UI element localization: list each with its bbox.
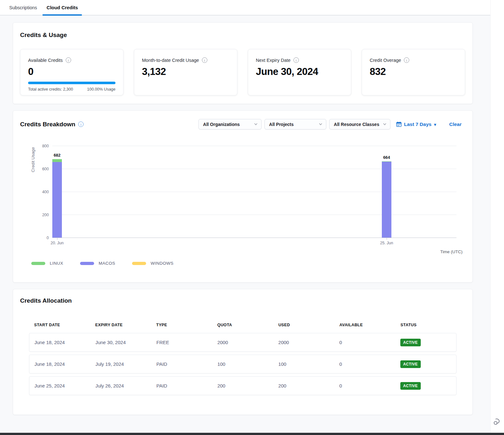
- column-header-type: TYPE: [151, 323, 212, 327]
- x-tick: [387, 238, 387, 240]
- allocation-table-header: START DATEEXPIRY DATETYPEQUOTAUSEDAVAILA…: [29, 323, 456, 333]
- cell-type: PAID: [151, 361, 212, 367]
- info-icon[interactable]: [202, 57, 207, 63]
- column-header-start_date: START DATE: [29, 323, 90, 327]
- cell-used: 2000: [273, 340, 334, 345]
- organizations-dropdown[interactable]: All Organizations: [198, 119, 262, 129]
- bottom-edge-bar: [0, 433, 504, 435]
- table-row: June 18, 2024July 19, 2024PAID1001000ACT…: [29, 355, 456, 373]
- tab-bar: Subscriptions Cloud Credits: [0, 0, 490, 15]
- projects-dropdown[interactable]: All Projects: [264, 119, 326, 129]
- credits-breakdown-title: Credits Breakdown: [20, 121, 75, 128]
- legend-item-macos[interactable]: MACOS: [80, 261, 115, 266]
- stat-label: Next Expiry Date: [256, 58, 291, 63]
- chart-filters: All Organizations All Projects All Resou…: [198, 119, 465, 129]
- linux-bar-segment: [52, 159, 62, 162]
- resource-classes-dropdown[interactable]: All Resource Classes: [329, 119, 390, 129]
- table-row: June 25, 2024July 26, 2024PAID2002000ACT…: [29, 376, 456, 395]
- status-badge: ACTIVE: [400, 382, 421, 390]
- column-header-used: USED: [273, 323, 334, 327]
- cell-used: 200: [273, 383, 334, 388]
- right-scroll-strip: [490, 0, 504, 433]
- allocation-table-body: June 18, 2024June 30, 2024FREE200020000A…: [29, 333, 456, 395]
- stat-cards-row: Available Credits 0 Total active credits…: [20, 49, 465, 95]
- stat-credit-overage: Credit Overage 832: [362, 49, 465, 95]
- clear-filters-button[interactable]: Clear: [449, 122, 462, 127]
- cell-quota: 2000: [212, 340, 273, 345]
- cell-status: ACTIVE: [395, 382, 456, 390]
- y-tick-label: 0: [47, 236, 49, 240]
- cell-available: 0: [334, 340, 395, 345]
- triangle-down-icon: [434, 122, 436, 127]
- stat-label: Month-to-date Credit Usage: [142, 58, 199, 63]
- tab-subscriptions[interactable]: Subscriptions: [4, 0, 42, 15]
- stat-available-credits: Available Credits 0 Total active credits…: [20, 49, 123, 95]
- cell-expiry_date: June 30, 2024: [90, 340, 151, 345]
- chevron-down-icon: [383, 123, 386, 125]
- chart-y-axis-label: Credit Usage: [31, 144, 35, 176]
- cell-type: PAID: [151, 383, 212, 388]
- bar-value-label: 664: [382, 155, 391, 160]
- windows-legend-swatch: [132, 262, 146, 265]
- x-tick-label: 20. Jun: [50, 241, 63, 245]
- stat-next-expiry: Next Expiry Date June 30, 2024: [248, 49, 351, 95]
- chart-x-axis-label: Time (UTC): [440, 249, 463, 254]
- mtd-usage-value: 3,132: [142, 66, 229, 77]
- info-icon[interactable]: [293, 57, 299, 63]
- cell-quota: 200: [212, 383, 273, 388]
- tab-cloud-credits[interactable]: Cloud Credits: [42, 0, 83, 15]
- credits-allocation-title: Credits Allocation: [20, 297, 465, 304]
- cell-type: FREE: [151, 340, 212, 345]
- usage-percent: 100.00% Usage: [87, 87, 115, 92]
- main-area: Subscriptions Cloud Credits Credits & Us…: [0, 0, 490, 433]
- stat-label: Credit Overage: [370, 58, 401, 63]
- column-header-quota: QUOTA: [212, 323, 273, 327]
- linux-legend-swatch: [31, 262, 45, 265]
- y-tick-label: 600: [42, 167, 49, 171]
- gridline: [52, 169, 456, 169]
- credits-breakdown-card: Credits Breakdown All Organizations All …: [13, 110, 473, 283]
- status-badge: ACTIVE: [400, 339, 421, 346]
- projects-dropdown-value: All Projects: [269, 122, 294, 127]
- organizations-dropdown-value: All Organizations: [203, 122, 240, 127]
- gridline: [52, 215, 456, 215]
- legend-label: MACOS: [99, 261, 115, 266]
- info-icon[interactable]: [66, 57, 71, 63]
- legend-item-linux[interactable]: LINUX: [31, 261, 63, 266]
- allocation-table: START DATEEXPIRY DATETYPEQUOTAUSEDAVAILA…: [29, 323, 456, 395]
- x-tick: [57, 238, 57, 240]
- column-header-expiry_date: EXPIRY DATE: [90, 323, 151, 327]
- legend-label: LINUX: [50, 261, 63, 266]
- info-icon[interactable]: [404, 57, 409, 63]
- cell-status: ACTIVE: [395, 339, 456, 346]
- cell-start_date: June 18, 2024: [29, 340, 90, 345]
- credits-progress-fill: [28, 82, 115, 84]
- cell-expiry_date: July 26, 2024: [90, 383, 151, 388]
- next-expiry-value: June 30, 2024: [256, 66, 343, 77]
- y-tick-label: 400: [42, 190, 49, 194]
- credits-usage-title: Credits & Usage: [20, 32, 465, 39]
- stat-mtd-usage: Month-to-date Credit Usage 3,132: [134, 49, 237, 95]
- chart-legend: LINUXMACOSWINDOWS: [31, 261, 174, 266]
- legend-item-windows[interactable]: WINDOWS: [132, 261, 174, 266]
- credit-overage-value: 832: [370, 66, 457, 77]
- total-active-credits: Total active credits: 2,300: [28, 87, 73, 92]
- date-range-value: Last 7 Days: [404, 122, 432, 127]
- cell-quota: 100: [212, 361, 273, 367]
- cell-available: 0: [334, 361, 395, 367]
- info-icon[interactable]: [78, 122, 84, 127]
- stat-label: Available Credits: [28, 58, 63, 63]
- available-credits-value: 0: [28, 66, 115, 77]
- cell-start_date: June 25, 2024: [29, 383, 90, 388]
- cell-status: ACTIVE: [395, 360, 456, 368]
- tab-cloud-credits-label: Cloud Credits: [47, 5, 78, 10]
- support-chat-icon[interactable]: [493, 417, 502, 426]
- date-range-picker[interactable]: Last 7 Days: [396, 122, 436, 127]
- macos-legend-swatch: [80, 262, 94, 265]
- gridline: [52, 192, 456, 192]
- chart-bar: 682: [52, 159, 62, 238]
- credits-allocation-card: Credits Allocation START DATEEXPIRY DATE…: [13, 289, 473, 415]
- table-row: June 18, 2024June 30, 2024FREE200020000A…: [29, 333, 456, 352]
- resource-classes-dropdown-value: All Resource Classes: [334, 122, 379, 127]
- cell-start_date: June 18, 2024: [29, 361, 90, 367]
